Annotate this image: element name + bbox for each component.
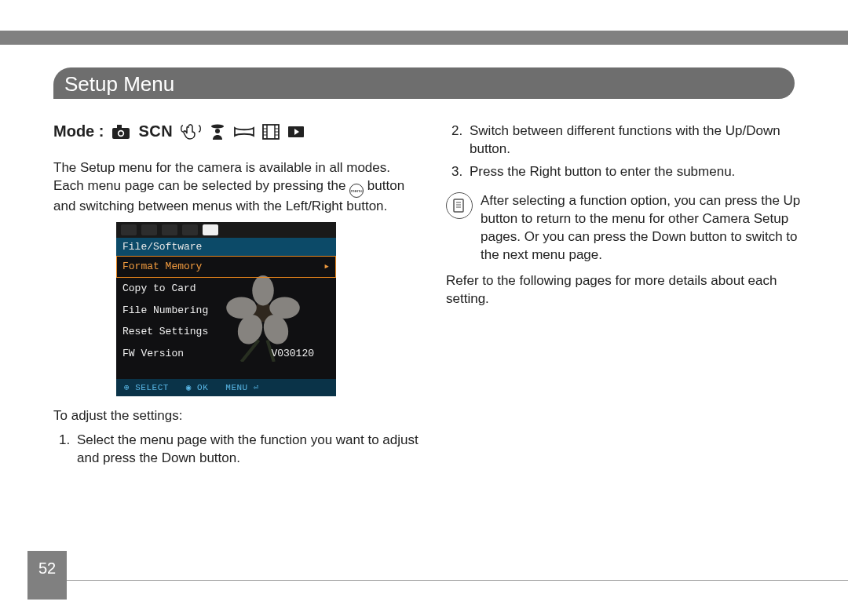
page-content: Mode : SCN [53,116,817,553]
lcd-item-numbering: File Numbering [116,300,336,322]
page-number-tab: 52 [27,551,67,600]
closing-paragraph: Refer to the following pages for more de… [446,272,817,308]
lcd-tab-bar [116,222,336,238]
svg-rect-23 [454,199,463,212]
note-text: After selecting a function option, you c… [481,192,817,264]
lcd-item-reset: Reset Settings [116,321,336,343]
section-title: Setup Menu [64,72,174,96]
intro-text-a: The Setup menu for the camera is availab… [53,160,390,193]
note-icon [446,192,473,219]
menu-button-icon: menu [349,184,364,198]
camera-icon [111,124,130,140]
lcd-select-hint: ⊕ SELECT [124,382,169,394]
section-header: Setup Menu [53,67,795,99]
lcd-category: File/Software [116,238,336,257]
step-2: Switch between different functions with … [466,122,817,159]
svg-point-5 [215,129,220,133]
svg-point-4 [211,124,224,128]
top-decor-bar [0,31,848,45]
manual-page: Setup Menu Mode : SCN [0,0,848,616]
left-steps: Select the menu page with the function y… [53,432,424,468]
note-block: After selecting a function option, you c… [446,192,817,264]
step-1: Select the menu page with the function y… [74,432,424,468]
lcd-menu-hint: MENU ⏎ [225,382,259,394]
playback-icon [287,126,305,138]
antishake-icon [181,123,201,140]
lcd-item-fw: FW Version V030120 [116,343,336,365]
mode-label: Mode : [53,121,104,142]
lcd-ok-hint: ◉ OK [186,382,208,394]
lcd-item-copy: Copy to Card [116,278,336,300]
mode-row: Mode : SCN [53,121,424,142]
mode-scn-icon: SCN [138,121,173,142]
portrait-icon [209,123,226,140]
camera-lcd-screenshot: File/Software Format Memory Copy to Card… [116,222,336,396]
step-3: Press the Right button to enter the subm… [466,163,817,181]
adjust-heading: To adjust the settings: [53,407,424,425]
movie-icon [262,124,280,140]
lcd-item-format: Format Memory [116,256,336,278]
svg-rect-1 [117,125,122,129]
svg-point-3 [119,131,123,135]
right-steps: Switch between different functions with … [446,122,817,181]
footer-rule [67,580,848,581]
right-column: Switch between different functions with … [446,116,817,553]
panorama-icon [234,126,254,137]
page-number: 52 [38,560,56,578]
intro-paragraph: The Setup menu for the camera is availab… [53,159,424,216]
lcd-footer: ⊕ SELECT ◉ OK MENU ⏎ [116,379,336,396]
left-column: Mode : SCN [53,116,424,553]
